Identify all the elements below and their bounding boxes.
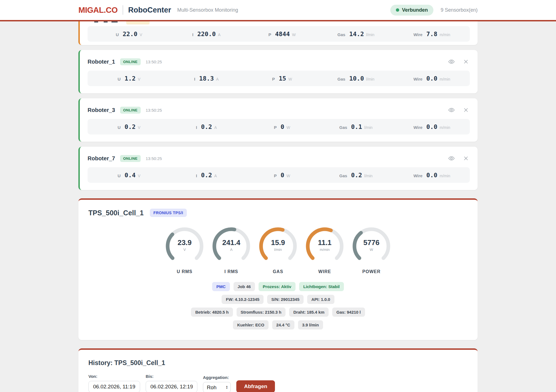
sensorbox-count: 9 Sensorbox(en) [441, 7, 478, 13]
sensorbox-card-roboter-7: Roboter_7 ONLINE 13:50:25 U 0.4 V I 0.2 [78, 147, 478, 190]
online-badge: ONLINE [120, 107, 141, 114]
metric-i: I 0.2 A [164, 172, 240, 179]
gauge-wire: 11.1 m/min WIRE [304, 225, 346, 274]
metrics-row: U 1.2 V I 18.3 A P 15 W Gas 10.0 l/min W… [88, 71, 470, 86]
metric-p: P 0 W [240, 172, 317, 179]
online-badge: ONLINE [120, 155, 141, 162]
clipped-card-header-fragment [88, 21, 470, 24]
history-title: History: TPS_500i_Cell_1 [88, 359, 468, 367]
tag-process-state: Prozess: Aktiv [259, 282, 296, 291]
query-button[interactable]: Abfragen [236, 380, 275, 392]
last-update-time: 13:50:25 [146, 59, 162, 64]
aggregation-select[interactable]: Roh [203, 382, 231, 392]
app-subtitle: Multi-Sensorbox Monitoring [177, 7, 238, 13]
tag-cooler-mode: Kuehler: ECO [233, 320, 269, 329]
clipped-text-fragment [111, 21, 118, 23]
last-update-time: 13:50:25 [146, 156, 162, 161]
gauge-value: 5776 [351, 238, 392, 247]
device-card-tps500i: TPS_500i_Cell_1 FRONIUS TPS/I 23.9 V U R… [78, 198, 478, 340]
gauge-unit: l/min [257, 248, 299, 252]
eye-icon [448, 58, 455, 65]
gauge-row: 23.9 V U RMS 241.4 A I RMS [88, 225, 468, 274]
tag-arc-state: Lichtbogen: Stabil [299, 282, 344, 291]
gauge-i-rms: 241.4 A I RMS [210, 225, 252, 274]
metric-i: I 18.3 A [164, 75, 240, 82]
tag-firmware: FW: 4.10.2-12345 [222, 295, 264, 304]
gauge-label: GAS [273, 269, 283, 274]
close-icon [463, 59, 469, 64]
history-card: History: TPS_500i_Cell_1 Von: Bis: Aggre… [78, 348, 478, 392]
main-content: U 22.0 V I 220.0 A P 4844 W Gas 14.2 l/m… [78, 21, 478, 392]
gauge-unit: V [164, 248, 205, 252]
robot-name: Roboter_7 [88, 155, 115, 162]
gauge-value: 23.9 [164, 238, 205, 247]
gauge-unit: m/min [304, 248, 346, 252]
metric-p: P 15 W [240, 75, 317, 82]
close-icon [463, 156, 469, 161]
aggregation-label: Aggregation: [203, 375, 231, 380]
device-status-tags: PMC Job 46 Prozess: Aktiv Lichtbogen: St… [88, 282, 468, 329]
clipped-text-fragment [94, 21, 98, 23]
gauge-u-rms: 23.9 V U RMS [164, 225, 205, 274]
gauge-power: 5776 W POWER [351, 225, 392, 274]
metric-wire: Wire 0.0 m/min [393, 75, 470, 82]
app-title: RoboCenter [128, 6, 171, 14]
view-details-button[interactable] [447, 154, 456, 163]
robot-name: Roboter_3 [88, 107, 115, 113]
tag-cooler-flow: 3.9 l/min [298, 320, 323, 329]
app-header: MIGAL.CO RoboCenter Multi-Sensorbox Moni… [0, 0, 556, 21]
connection-dot-icon [396, 8, 399, 12]
device-name: TPS_500i_Cell_1 [88, 209, 144, 217]
brand-logo: MIGAL.CO [78, 6, 118, 15]
metric-i: I 220.0 A [164, 31, 240, 38]
gauge-label: I RMS [224, 269, 238, 274]
metric-u: U 1.2 V [88, 75, 164, 82]
metric-gas: Gas 0.1 l/min [317, 123, 393, 130]
metric-wire: Wire 7.8 m/min [393, 31, 470, 38]
metrics-row: U 22.0 V I 220.0 A P 4844 W Gas 14.2 l/m… [88, 26, 470, 42]
gauge-unit: A [210, 248, 252, 252]
tag-cooler-temperature: 24.4 °C [272, 320, 294, 329]
to-datetime-input[interactable] [146, 381, 197, 392]
online-badge: ONLINE [120, 58, 141, 65]
view-details-button[interactable] [447, 57, 456, 66]
from-label: Von: [88, 374, 140, 379]
gauge-label: U RMS [177, 269, 193, 274]
gauge-value: 241.4 [210, 238, 252, 247]
metric-gas: Gas 14.2 l/min [317, 31, 393, 38]
metric-wire: Wire 0.0 m/min [393, 123, 470, 130]
metric-u: U 0.4 V [88, 172, 164, 179]
from-datetime-input[interactable] [88, 381, 140, 392]
eye-icon [448, 107, 455, 113]
tag-operating-hours: Betrieb: 4820.5 h [191, 308, 233, 317]
gauge-gas: 15.9 l/min GAS [257, 225, 299, 274]
close-card-button[interactable] [462, 58, 470, 66]
metric-gas: Gas 10.0 l/min [317, 75, 393, 82]
metric-p: P 0 W [240, 123, 317, 130]
connection-status-badge: Verbunden [390, 5, 433, 16]
device-type-badge: FRONIUS TPS/I [150, 209, 187, 217]
gauge-value: 11.1 [304, 238, 346, 247]
sensorbox-card-roboter-1: Roboter_1 ONLINE 13:50:25 U 1.2 V I 18.3 [78, 50, 478, 93]
history-query-form: Von: Bis: Aggregation: Roh ▲▼ Abfragen [88, 374, 468, 392]
metric-u: U 0.2 V [88, 123, 164, 130]
metrics-row: U 0.4 V I 0.2 A P 0 W Gas 0.2 l/min Wire [88, 167, 470, 183]
gauge-value: 15.9 [257, 238, 299, 247]
gauge-label: POWER [362, 269, 380, 274]
metric-wire: Wire 0.0 m/min [393, 172, 470, 179]
close-card-button[interactable] [462, 106, 470, 114]
view-details-button[interactable] [447, 106, 456, 114]
robot-name: Roboter_1 [88, 59, 115, 65]
tag-job: Job 46 [234, 282, 255, 291]
gauge-label: WIRE [318, 269, 331, 274]
tag-gas-total: Gas: 94210 l [332, 308, 365, 317]
clipped-status-badge [126, 21, 150, 24]
close-card-button[interactable] [462, 154, 470, 162]
metric-p: P 4844 W [240, 31, 317, 38]
tag-process-mode: PMC [212, 282, 230, 291]
tag-serial-number: S/N: 29012345 [267, 295, 304, 304]
metric-gas: Gas 0.2 l/min [317, 172, 393, 179]
sensorbox-card-clipped: U 22.0 V I 220.0 A P 4844 W Gas 14.2 l/m… [78, 21, 478, 45]
last-update-time: 13:50:25 [146, 108, 162, 113]
tag-api-version: API: 1.0.0 [307, 295, 334, 304]
